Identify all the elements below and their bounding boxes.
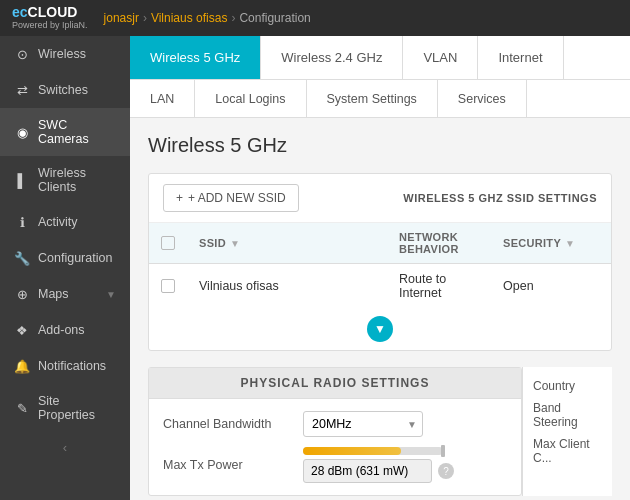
channel-bandwidth-label: Channel Bandwidth: [163, 417, 303, 431]
col-header-ssid: SSID ▼: [187, 223, 387, 264]
right-panel-band-steering-label: Band Steering: [533, 401, 602, 429]
sidebar-item-label: Activity: [38, 215, 78, 229]
sidebar-item-wireless-clients[interactable]: ▌ Wireless Clients: [0, 156, 130, 204]
sidebar-item-notifications[interactable]: 🔔 Notifications: [0, 348, 130, 384]
tab-label: Local Logins: [215, 92, 285, 106]
wifi-icon: ⊙: [14, 46, 30, 62]
sidebar-collapse-button[interactable]: ‹: [0, 432, 130, 463]
edit-icon: ✎: [14, 400, 30, 416]
two-col-body: PHYSICAL RADIO SETTINGS Channel Bandwidt…: [148, 367, 612, 496]
ssid-section-header: + + ADD NEW SSID WIRELESS 5 GHZ SSID SET…: [149, 174, 611, 223]
col-header-check: [149, 223, 187, 264]
puzzle-icon: ❖: [14, 322, 30, 338]
channel-bandwidth-select-wrap: 20MHz 40MHz 80MHz ▼: [303, 411, 423, 437]
add-ssid-button[interactable]: + + ADD NEW SSID: [163, 184, 299, 212]
tab-vlan[interactable]: VLAN: [403, 36, 478, 79]
tab-internet[interactable]: Internet: [478, 36, 563, 79]
sidebar-item-wireless[interactable]: ⊙ Wireless: [0, 36, 130, 72]
col-header-behavior: NETWORK BEHAVIOR: [387, 223, 491, 264]
logo-subtext: Powered by IpliaN.: [12, 21, 88, 31]
tab-wireless5ghz[interactable]: Wireless 5 GHz: [130, 36, 261, 79]
tx-power-value-select-wrap: 28 dBm (631 mW): [303, 459, 432, 483]
sidebar-item-add-ons[interactable]: ❖ Add-ons: [0, 312, 130, 348]
breadcrumb-sep1: ›: [143, 11, 147, 25]
breadcrumb-user[interactable]: jonasjr: [104, 11, 139, 25]
tab-label: LAN: [150, 92, 174, 106]
physical-radio-section: PHYSICAL RADIO SETTINGS Channel Bandwidt…: [148, 367, 522, 496]
plus-icon: +: [176, 191, 183, 205]
sidebar-item-activity[interactable]: ℹ Activity: [0, 204, 130, 240]
col-header-security: SECURITY ▼: [491, 223, 611, 264]
sidebar-item-label: SWC Cameras: [38, 118, 116, 146]
right-panel-max-client-label: Max Client C...: [533, 437, 602, 465]
chevron-down-icon: ▼: [374, 322, 386, 336]
ssid-settings-label: WIRELESS 5 GHZ SSID SETTINGS: [403, 192, 597, 204]
scroll-down-button[interactable]: ▼: [367, 316, 393, 342]
scroll-indicator: ▼: [149, 308, 611, 350]
sidebar-item-label: Site Properties: [38, 394, 116, 422]
row-checkbox[interactable]: [161, 279, 175, 293]
sidebar-item-label: Configuration: [38, 251, 112, 265]
sidebar-item-label: Maps: [38, 287, 69, 301]
channel-bandwidth-control: 20MHz 40MHz 80MHz ▼: [303, 411, 507, 437]
page-title: Wireless 5 GHz: [148, 134, 612, 157]
sidebar-item-site-properties[interactable]: ✎ Site Properties: [0, 384, 130, 432]
maps-item-left: ⊕ Maps: [14, 286, 69, 302]
sidebar-item-maps[interactable]: ⊕ Maps ▼: [0, 276, 130, 312]
tab-label: VLAN: [423, 50, 457, 65]
ssid-table: SSID ▼ NETWORK BEHAVIOR SECURITY ▼: [149, 223, 611, 308]
help-icon[interactable]: ?: [438, 463, 454, 479]
table-header-row: SSID ▼ NETWORK BEHAVIOR SECURITY ▼: [149, 223, 611, 264]
col-ssid-label: SSID: [199, 237, 226, 249]
row-behavior-cell: Route to Internet: [387, 264, 491, 309]
sidebar-item-swc-cameras[interactable]: ◉ SWC Cameras: [0, 108, 130, 156]
app-container: ecCLOUD Powered by IpliaN. jonasjr › Vil…: [0, 0, 630, 500]
tab-label: Wireless 5 GHz: [150, 50, 240, 65]
sidebar-item-switches[interactable]: ⇄ Switches: [0, 72, 130, 108]
tab-label: Services: [458, 92, 506, 106]
tab-bar-row2: LAN Local Logins System Settings Service…: [130, 80, 630, 118]
row-check-cell: [149, 264, 187, 309]
breadcrumb-location[interactable]: Vilniaus ofisas: [151, 11, 228, 25]
slider-value-row: 28 dBm (631 mW) ?: [303, 459, 507, 483]
col-security-label: SECURITY: [503, 237, 561, 249]
breadcrumb: jonasjr › Vilniaus ofisas › Configuratio…: [104, 11, 311, 25]
row-security-cell: Open: [491, 264, 611, 309]
right-panel: Country Band Steering Max Client C...: [522, 367, 612, 496]
sidebar-item-label: Switches: [38, 83, 88, 97]
breadcrumb-sep2: ›: [231, 11, 235, 25]
add-ssid-label: + ADD NEW SSID: [188, 191, 286, 205]
tab-services[interactable]: Services: [438, 80, 527, 117]
tab-lan[interactable]: LAN: [130, 80, 195, 117]
breadcrumb-current: Configuration: [239, 11, 310, 25]
tx-power-slider-fill: [303, 447, 401, 455]
tab-label: Wireless 2.4 GHz: [281, 50, 382, 65]
main-layout: ⊙ Wireless ⇄ Switches ◉ SWC Cameras ▌ Wi…: [0, 36, 630, 500]
sidebar-item-label: Add-ons: [38, 323, 85, 337]
sidebar-item-label: Wireless: [38, 47, 86, 61]
sort-arrow-icon[interactable]: ▼: [230, 238, 240, 249]
content-area: Wireless 5 GHz Wireless 2.4 GHz VLAN Int…: [130, 36, 630, 500]
top-bar: ecCLOUD Powered by IpliaN. jonasjr › Vil…: [0, 0, 630, 36]
slider-end-mark: [441, 445, 445, 457]
map-pin-icon: ⊕: [14, 286, 30, 302]
tab-system-settings[interactable]: System Settings: [307, 80, 438, 117]
sort-arrow-security-icon[interactable]: ▼: [565, 238, 575, 249]
bar-chart-icon: ▌: [14, 172, 30, 188]
camera-icon: ◉: [14, 124, 30, 140]
tab-wireless24ghz[interactable]: Wireless 2.4 GHz: [261, 36, 403, 79]
physical-section-header: PHYSICAL RADIO SETTINGS: [149, 368, 521, 399]
sidebar-item-label: Notifications: [38, 359, 106, 373]
sidebar-item-configuration[interactable]: 🔧 Configuration: [0, 240, 130, 276]
switch-icon: ⇄: [14, 82, 30, 98]
tx-power-value-select[interactable]: 28 dBm (631 mW): [303, 459, 432, 483]
bell-icon: 🔔: [14, 358, 30, 374]
select-all-checkbox[interactable]: [161, 236, 175, 250]
right-panel-country-label: Country: [533, 379, 602, 393]
collapse-icon: ‹: [63, 440, 67, 455]
physical-section-body: Channel Bandwidth 20MHz 40MHz 80MHz: [149, 399, 521, 495]
chevron-right-icon: ▼: [106, 289, 116, 300]
tab-local-logins[interactable]: Local Logins: [195, 80, 306, 117]
channel-bandwidth-select[interactable]: 20MHz 40MHz 80MHz: [303, 411, 423, 437]
sidebar-item-label: Wireless Clients: [38, 166, 116, 194]
